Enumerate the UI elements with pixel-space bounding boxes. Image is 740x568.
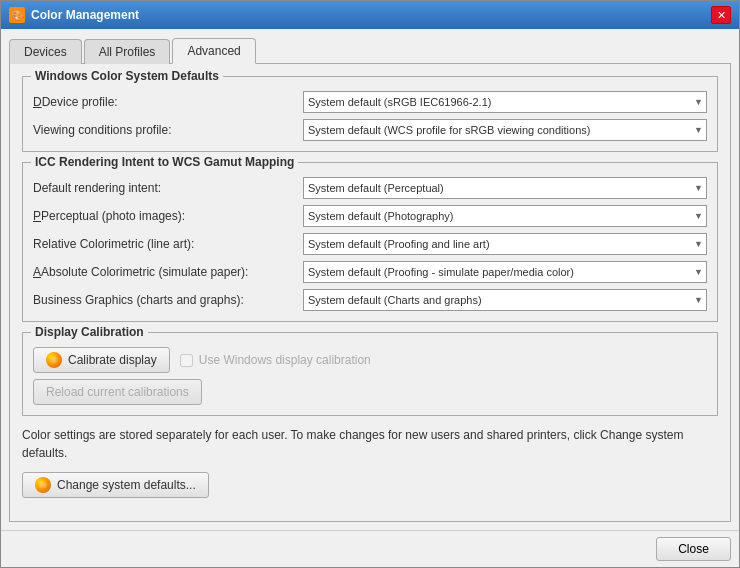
absolute-label: AAbsolute Colorimetric (simulate paper): bbox=[33, 265, 303, 279]
info-text: Color settings are stored separately for… bbox=[22, 426, 718, 462]
perceptual-label: PPerceptual (photo images): bbox=[33, 209, 303, 223]
viewing-profile-select[interactable]: System default (WCS profile for sRGB vie… bbox=[303, 119, 707, 141]
title-buttons: ✕ bbox=[711, 6, 731, 24]
business-row: Business Graphics (charts and graphs): S… bbox=[33, 289, 707, 311]
calibrate-icon bbox=[46, 352, 62, 368]
perceptual-select-wrapper[interactable]: System default (Photography) bbox=[303, 205, 707, 227]
absolute-select[interactable]: System default (Proofing - simulate pape… bbox=[303, 261, 707, 283]
perceptual-select[interactable]: System default (Photography) bbox=[303, 205, 707, 227]
reload-button-row: Reload current calibrations bbox=[33, 379, 707, 405]
window-content: Devices All Profiles Advanced Windows Co… bbox=[1, 29, 739, 530]
close-window-button[interactable]: ✕ bbox=[711, 6, 731, 24]
calibrate-display-button[interactable]: Calibrate display bbox=[33, 347, 170, 373]
relative-row: Relative Colorimetric (line art): System… bbox=[33, 233, 707, 255]
viewing-profile-label: Viewing conditions profile: bbox=[33, 123, 303, 137]
use-windows-calibration-checkbox[interactable] bbox=[180, 354, 193, 367]
absolute-row: AAbsolute Colorimetric (simulate paper):… bbox=[33, 261, 707, 283]
title-bar-left: 🎨 Color Management bbox=[9, 7, 139, 23]
main-window: 🎨 Color Management ✕ Devices All Profile… bbox=[0, 0, 740, 568]
device-profile-select-wrapper[interactable]: System default (sRGB IEC61966-2.1) bbox=[303, 91, 707, 113]
relative-label: Relative Colorimetric (line art): bbox=[33, 237, 303, 251]
tab-all-profiles[interactable]: All Profiles bbox=[84, 39, 171, 64]
icc-rendering-group: ICC Rendering Intent to WCS Gamut Mappin… bbox=[22, 162, 718, 322]
change-defaults-icon bbox=[35, 477, 51, 493]
display-calibration-group: Display Calibration Calibrate display Us… bbox=[22, 332, 718, 416]
footer-bar: Close bbox=[1, 530, 739, 567]
business-label: Business Graphics (charts and graphs): bbox=[33, 293, 303, 307]
relative-select-wrapper[interactable]: System default (Proofing and line art) bbox=[303, 233, 707, 255]
title-bar: 🎨 Color Management ✕ bbox=[1, 1, 739, 29]
device-profile-select[interactable]: System default (sRGB IEC61966-2.1) bbox=[303, 91, 707, 113]
perceptual-row: PPerceptual (photo images): System defau… bbox=[33, 205, 707, 227]
business-select-wrapper[interactable]: System default (Charts and graphs) bbox=[303, 289, 707, 311]
change-defaults-row: Change system defaults... bbox=[22, 472, 718, 498]
display-calibration-label: Display Calibration bbox=[31, 325, 148, 339]
change-system-defaults-button[interactable]: Change system defaults... bbox=[22, 472, 209, 498]
tab-advanced-content: Windows Color System Defaults DDevice pr… bbox=[9, 63, 731, 522]
icc-rendering-label: ICC Rendering Intent to WCS Gamut Mappin… bbox=[31, 155, 298, 169]
tab-devices[interactable]: Devices bbox=[9, 39, 82, 64]
default-rendering-select-wrapper[interactable]: System default (Perceptual) bbox=[303, 177, 707, 199]
relative-select[interactable]: System default (Proofing and line art) bbox=[303, 233, 707, 255]
device-profile-label: DDevice profile: bbox=[33, 95, 303, 109]
use-windows-calibration-label: Use Windows display calibration bbox=[180, 353, 371, 367]
windows-color-system-group: Windows Color System Defaults DDevice pr… bbox=[22, 76, 718, 152]
reload-calibrations-button[interactable]: Reload current calibrations bbox=[33, 379, 202, 405]
absolute-select-wrapper[interactable]: System default (Proofing - simulate pape… bbox=[303, 261, 707, 283]
close-button[interactable]: Close bbox=[656, 537, 731, 561]
tab-advanced[interactable]: Advanced bbox=[172, 38, 255, 64]
device-profile-row: DDevice profile: System default (sRGB IE… bbox=[33, 91, 707, 113]
window-icon: 🎨 bbox=[9, 7, 25, 23]
default-rendering-label: Default rendering intent: bbox=[33, 181, 303, 195]
window-title: Color Management bbox=[31, 8, 139, 22]
windows-color-system-label: Windows Color System Defaults bbox=[31, 69, 223, 83]
viewing-profile-select-wrapper[interactable]: System default (WCS profile for sRGB vie… bbox=[303, 119, 707, 141]
business-select[interactable]: System default (Charts and graphs) bbox=[303, 289, 707, 311]
tab-bar: Devices All Profiles Advanced bbox=[9, 37, 731, 63]
default-rendering-select[interactable]: System default (Perceptual) bbox=[303, 177, 707, 199]
calibration-buttons: Calibrate display Use Windows display ca… bbox=[33, 347, 707, 373]
viewing-profile-row: Viewing conditions profile: System defau… bbox=[33, 119, 707, 141]
default-rendering-row: Default rendering intent: System default… bbox=[33, 177, 707, 199]
